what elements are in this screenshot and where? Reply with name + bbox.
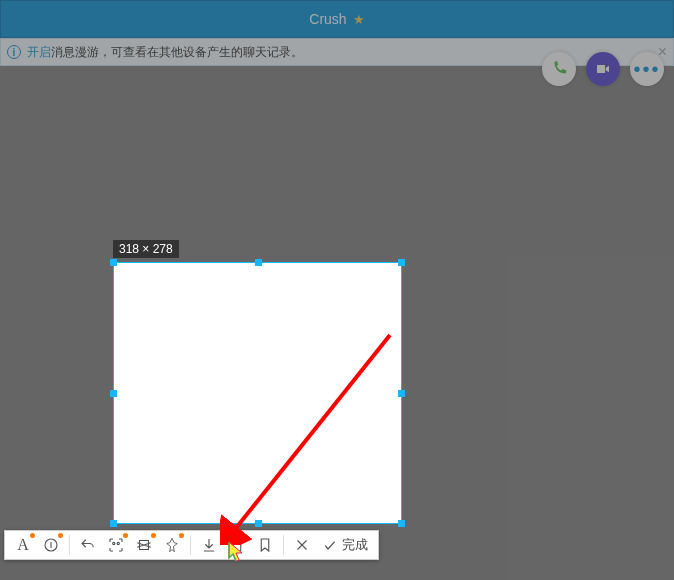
bookmark-tool[interactable] [251,531,279,559]
done-label: 完成 [342,536,368,554]
ocr-tool[interactable] [102,531,130,559]
resize-handle-br[interactable] [398,520,405,527]
undo-tool[interactable] [74,531,102,559]
phone-device-icon [228,536,246,554]
pin-icon [163,536,181,554]
send-to-phone-tool[interactable] [223,531,251,559]
circle-one-icon [42,536,60,554]
svg-point-2 [117,542,119,544]
close-icon [293,536,311,554]
screenshot-selection[interactable]: 318 × 278 [113,262,402,524]
resize-handle-mr[interactable] [398,390,405,397]
scan-icon [107,536,125,554]
bookmark-icon [256,536,274,554]
svg-point-1 [113,542,115,544]
crop-icon [135,536,153,554]
undo-icon [79,536,97,554]
resize-handle-tm[interactable] [255,259,262,266]
download-tool[interactable] [195,531,223,559]
selection-area[interactable] [113,262,402,524]
check-icon [322,537,338,553]
screenshot-toolbar: A 完成 [4,530,379,560]
selection-dimensions: 318 × 278 [113,240,179,258]
serial-number-tool[interactable] [37,531,65,559]
resize-handle-ml[interactable] [110,390,117,397]
done-button[interactable]: 完成 [316,536,374,554]
text-tool[interactable]: A [9,531,37,559]
resize-handle-bl[interactable] [110,520,117,527]
pin-tool[interactable] [158,531,186,559]
resize-handle-tr[interactable] [398,259,405,266]
crop-tool[interactable] [130,531,158,559]
cancel-button[interactable] [288,531,316,559]
resize-handle-bm[interactable] [255,520,262,527]
resize-handle-tl[interactable] [110,259,117,266]
download-icon [200,536,218,554]
